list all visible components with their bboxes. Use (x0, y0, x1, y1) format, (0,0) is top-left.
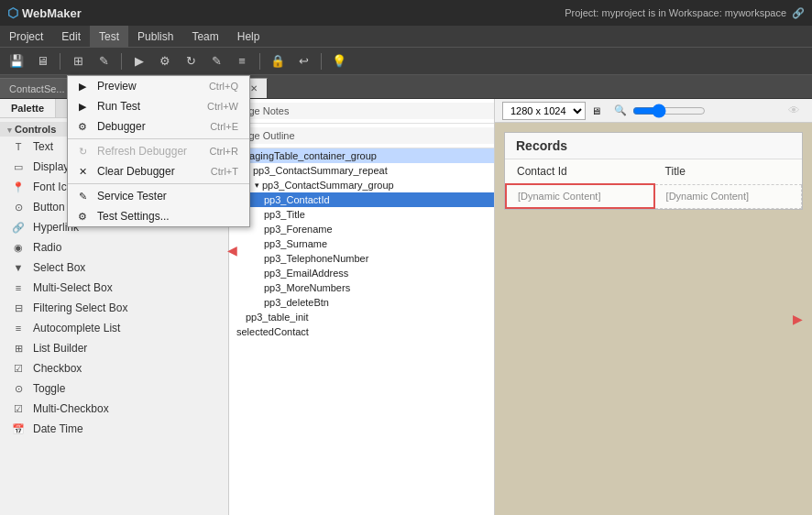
page-notes-section: Page Notes (229, 99, 494, 124)
titlebar: ⬡ WebMaker Project: myproject is in Work… (0, 0, 812, 26)
filtering-select-icon: ⊟ (11, 301, 26, 315)
checkbox-icon: ☑ (11, 361, 26, 376)
select-icon: ▼ (11, 260, 26, 275)
menu-clear-debugger[interactable]: ✕ Clear Debugger Ctrl+T (68, 161, 249, 181)
expand-icon-2: ▾ (255, 181, 259, 190)
menu-preview[interactable]: ▶ Preview Ctrl+Q (68, 76, 249, 96)
control-multi-select[interactable]: ≡ Multi-Select Box (0, 278, 228, 298)
menu-debugger[interactable]: ⚙ Debugger Ctrl+E (68, 116, 249, 137)
cell-title: [Dynamic Content] (654, 184, 802, 208)
menu-sep-1 (68, 138, 249, 139)
eye-button[interactable]: 👁 (783, 101, 805, 121)
tree-item-7[interactable]: pp3_TelephoneNumber (229, 251, 494, 266)
menu-sep-2 (68, 183, 249, 184)
tree-item-12[interactable]: selectedContact (229, 324, 494, 339)
zoom-slider-label: 🔍 (614, 104, 627, 116)
center-arrow-indicator: ◀ (227, 243, 237, 258)
multi-select-icon: ≡ (11, 280, 26, 295)
autocomplete-icon: ≡ (11, 321, 26, 335)
panel-tab-palette[interactable]: Palette (0, 99, 56, 117)
menu-team[interactable]: Team (182, 26, 227, 47)
table-row: [Dynamic Content] [Dynamic Content] (506, 184, 802, 208)
outline-tree: ▾ pagingTable_container_group ▾ pp3_Cont… (229, 148, 494, 339)
refresh-debugger-icon: ↻ (75, 146, 90, 158)
tree-item-11[interactable]: pp3_table_init (229, 310, 494, 324)
menubar: Project Edit Test Publish Team Help (0, 26, 812, 48)
canvas-tools: 👁 (783, 101, 805, 121)
list-builder-icon: ⊞ (11, 341, 26, 356)
tree-item-3[interactable]: pp3_ContactId (229, 192, 494, 207)
menu-publish[interactable]: Publish (128, 26, 182, 47)
control-radio[interactable]: ◉ Radio (0, 237, 228, 258)
control-toggle[interactable]: ⊙ Toggle (0, 378, 228, 399)
refresh-button[interactable]: ↻ (180, 51, 202, 71)
service-tester-icon: ✎ (75, 191, 90, 203)
app-logo: ⬡ WebMaker (7, 5, 82, 20)
control-select-box[interactable]: ▼ Select Box (0, 258, 228, 278)
menu-edit[interactable]: Edit (52, 26, 90, 47)
toggle-icon: ⊙ (11, 381, 26, 396)
tree-item-10[interactable]: pp3_deleteBtn (229, 295, 494, 310)
records-table: Contact Id Title [Dynamic Content] [Dyna… (505, 159, 802, 209)
run-test-icon: ▶ (75, 101, 90, 113)
display-icon: ▭ (11, 159, 26, 174)
device-icon: 🖥 (591, 105, 601, 116)
layout-button[interactable]: ⊞ (67, 51, 89, 71)
control-checkbox[interactable]: ☑ Checkbox (0, 358, 228, 378)
preview-button[interactable]: 🖥 (31, 51, 53, 71)
tree-item-4[interactable]: pp3_Title (229, 207, 494, 222)
button-icon: ⊙ (11, 200, 26, 214)
help-button[interactable]: 💡 (328, 51, 350, 71)
tree-item-1[interactable]: ▾ pp3_ContactSummary_repeat (229, 163, 494, 178)
toolbar-separator-3 (259, 53, 260, 70)
debugger-icon: ⚙ (75, 121, 90, 133)
menu-project[interactable]: Project (0, 26, 52, 47)
control-filtering-select[interactable]: ⊟ Filtering Select Box (0, 298, 228, 318)
zoom-slider[interactable] (632, 104, 706, 117)
share-icon: 🔗 (792, 7, 805, 19)
menu-service-tester[interactable]: ✎ Service Tester (68, 186, 249, 206)
toolbar-separator-2 (121, 53, 122, 70)
control-autocomplete[interactable]: ≡ Autocomplete List (0, 318, 228, 338)
menu-test[interactable]: Test (90, 26, 128, 47)
right-arrow-indicator: ▶ (793, 312, 803, 326)
collapse-arrow: ▾ (7, 126, 12, 135)
tree-item-5[interactable]: pp3_Forename (229, 222, 494, 236)
tab-contactdetails-close[interactable]: ✕ (250, 83, 258, 93)
control-list-builder[interactable]: ⊞ List Builder (0, 338, 228, 358)
pencil-button[interactable]: ✎ (205, 51, 227, 71)
lock-button[interactable]: 🔒 (267, 51, 289, 71)
multi-checkbox-icon: ☑ (11, 401, 26, 416)
app-title: WebMaker (22, 6, 82, 20)
debug-button[interactable]: ⚙ (154, 51, 176, 71)
undo-button[interactable]: ↩ (292, 51, 314, 71)
project-info: Project: myproject is in Workspace: mywo… (565, 7, 805, 19)
resolution-select[interactable]: 1280 x 1024 (502, 102, 586, 120)
control-datetime[interactable]: 📅 Date Time (0, 419, 228, 439)
hyperlink-icon: 🔗 (11, 220, 26, 235)
control-multi-checkbox[interactable]: ☑ Multi-Checkbox (0, 399, 228, 419)
menu-help[interactable]: Help (228, 26, 269, 47)
cell-contact-id[interactable]: [Dynamic Content] (506, 184, 654, 208)
menu-test-settings[interactable]: ⚙ Test Settings... (68, 206, 249, 226)
text-icon: T (11, 139, 26, 154)
tree-item-9[interactable]: pp3_MoreNumbers (229, 280, 494, 295)
preview-icon: ▶ (75, 81, 90, 93)
toolbar-separator-4 (321, 53, 322, 70)
list-button[interactable]: ≡ (231, 51, 253, 71)
test-dropdown-menu: ▶ Preview Ctrl+Q ▶ Run Test Ctrl+W ⚙ Deb… (67, 75, 250, 227)
save-button[interactable]: 💾 (5, 51, 27, 71)
tree-item-0[interactable]: ▾ pagingTable_container_group (229, 148, 494, 163)
clear-debugger-icon: ✕ (75, 166, 90, 178)
tree-item-2[interactable]: ▾ pp3_ContactSummary_group (229, 178, 494, 192)
toolbar: 💾 🖥 ⊞ ✎ ▶ ⚙ ↻ ✎ ≡ 🔒 ↩ 💡 (0, 48, 812, 75)
edit-button[interactable]: ✎ (93, 51, 115, 71)
menu-refresh-debugger: ↻ Refresh Debugger Ctrl+R (68, 141, 249, 161)
page-outline-header[interactable]: Page Outline (229, 127, 494, 144)
tree-item-6[interactable]: pp3_Surname (229, 236, 494, 251)
run-button[interactable]: ▶ (128, 51, 150, 71)
col-title: Title (654, 159, 802, 184)
tree-item-8[interactable]: pp3_EmailAddress (229, 266, 494, 280)
page-notes-header[interactable]: Page Notes (229, 103, 494, 119)
menu-run-test[interactable]: ▶ Run Test Ctrl+W (68, 96, 249, 116)
